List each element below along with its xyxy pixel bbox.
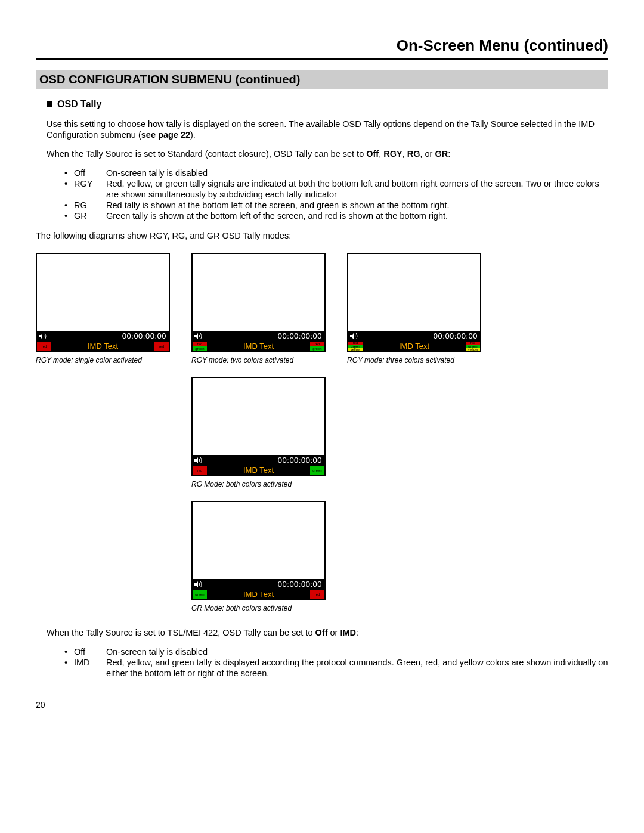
tally-left: red: [193, 466, 207, 475]
opt-gr: GR: [435, 149, 448, 159]
bullet-icon: •: [64, 200, 74, 210]
def-row-std-3: • GR Green tally is shown at the bottom …: [64, 210, 608, 221]
tally-right: red green: [310, 342, 324, 351]
see-page-ref: see page 22: [141, 130, 190, 140]
speaker-icon: [349, 333, 359, 340]
def-text: Green tally is shown at the bottom left …: [106, 210, 608, 221]
bullet-icon: •: [64, 168, 74, 178]
def-text: On-screen tally is disabled: [106, 168, 608, 178]
def-term: IMD: [74, 657, 106, 679]
def-row-tsl-0: • Off On-screen tally is disabled: [64, 646, 608, 657]
caption: RGY mode: three colors activated: [347, 356, 481, 365]
def-term: RG: [74, 200, 106, 210]
bullet-icon: •: [64, 178, 74, 200]
section-title: OSD CONFIGURATION SUBMENU (continued): [36, 70, 608, 89]
diagram-note: The following diagrams show RGY, RG, and…: [36, 230, 608, 241]
tsl-options-line: When the Tally Source is set to TSL/MEI …: [47, 627, 608, 638]
standard-line-prefix: When the Tally Source is set to Standard…: [47, 149, 366, 159]
speaker-icon: [194, 581, 203, 588]
imd-text: IMD Text: [207, 342, 310, 351]
timecode: 00:00:00:00: [203, 456, 323, 465]
opt-rg: RG: [407, 149, 420, 159]
diagram-gr: 00:00:00:00 green IMD Text red GR Mode: …: [191, 501, 326, 613]
opt-rgy: RGY: [383, 149, 402, 159]
timecode: 00:00:00:00: [203, 580, 323, 589]
intro-text: Use this setting to choose how tally is …: [47, 119, 595, 140]
diagram-rgy-single: 00:00:00:00 red IMD Text red RGY mode: s…: [36, 253, 170, 365]
def-term: GR: [74, 210, 106, 221]
def-term: RGY: [74, 178, 106, 200]
sub-heading-osd-tally: OSD Tally: [47, 98, 608, 110]
diagram-rgy-two: 00:00:00:00 red green IMD Text red green…: [191, 253, 326, 365]
page-title: On-Screen Menu (continued): [36, 36, 608, 60]
imd-text: IMD Text: [207, 590, 310, 599]
tally-right: red: [310, 590, 324, 599]
timecode: 00:00:00:00: [48, 332, 168, 341]
def-term: Off: [74, 646, 106, 657]
timecode: 00:00:00:00: [203, 332, 323, 341]
imd-text: IMD Text: [51, 342, 154, 351]
bullet-icon: •: [64, 210, 74, 221]
def-text: Red, yellow, and green tally is displaye…: [106, 657, 608, 679]
caption: GR Mode: both colors activated: [191, 604, 326, 613]
speaker-icon: [194, 333, 203, 340]
tally-right: red green yellow: [466, 342, 480, 351]
def-text: On-screen tally is disabled: [106, 646, 608, 657]
tally-right: green: [310, 466, 324, 475]
speaker-icon: [38, 333, 48, 340]
intro-paragraph: Use this setting to choose how tally is …: [47, 119, 608, 140]
imd-text: IMD Text: [207, 466, 310, 475]
tally-left: green: [193, 590, 207, 599]
def-text: Red, yellow, or green tally signals are …: [106, 178, 608, 200]
tsl-opt-imd: IMD: [340, 628, 356, 637]
def-row-tsl-1: • IMD Red, yellow, and green tally is di…: [64, 657, 608, 679]
diagram-grid: 00:00:00:00 red IMD Text red RGY mode: s…: [36, 253, 608, 613]
def-row-std-2: • RG Red tally is shown at the bottom le…: [64, 200, 608, 210]
opt-or: , or: [420, 149, 435, 159]
def-row-std-1: • RGY Red, yellow, or green tally signal…: [64, 178, 608, 200]
page-number: 20: [36, 700, 608, 711]
caption: RGY mode: two colors activated: [191, 356, 326, 365]
tsl-or: or: [327, 628, 340, 637]
diagram-rg: 00:00:00:00 red IMD Text green RG Mode: …: [191, 377, 326, 489]
tally-right: red: [154, 342, 169, 351]
caption: RG Mode: both colors activated: [191, 480, 326, 489]
opt-colon: :: [448, 149, 450, 159]
opt-off: Off: [366, 149, 379, 159]
tsl-line-prefix: When the Tally Source is set to TSL/MEI …: [47, 628, 315, 637]
diagram-rgy-three: 00:00:00:00 red green yellow IMD Text re…: [347, 253, 481, 365]
def-text: Red tally is shown at the bottom left of…: [106, 200, 608, 210]
tally-left: red green yellow: [348, 342, 363, 351]
tally-left: red green: [193, 342, 207, 351]
intro-end: ).: [190, 130, 196, 140]
timecode: 00:00:00:00: [359, 332, 479, 341]
def-row-std-0: • Off On-screen tally is disabled: [64, 168, 608, 178]
speaker-icon: [194, 457, 203, 464]
caption: RGY mode: single color activated: [36, 356, 170, 365]
def-term: Off: [74, 168, 106, 178]
standard-options-line: When the Tally Source is set to Standard…: [47, 148, 608, 159]
tsl-opt-off: Off: [315, 628, 328, 637]
bullet-icon: •: [64, 646, 74, 657]
tsl-colon: :: [356, 628, 358, 637]
imd-text: IMD Text: [363, 342, 466, 351]
bullet-icon: •: [64, 657, 74, 679]
tally-left: red: [37, 342, 51, 351]
